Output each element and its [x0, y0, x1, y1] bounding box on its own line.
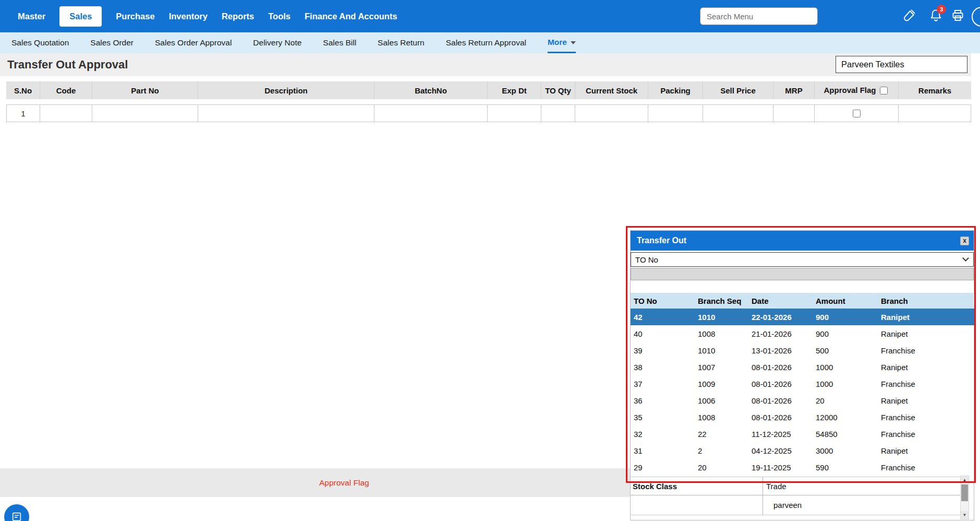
scroll-up-arrow[interactable]: ▲ — [961, 476, 969, 484]
nav-master[interactable]: Master — [18, 11, 45, 21]
to-row[interactable]: 35 1008 08-01-2026 12000 Franchise — [631, 409, 975, 425]
stock-option-parveen[interactable]: parveen — [763, 495, 960, 515]
cell-exp-dt[interactable] — [488, 104, 541, 122]
to-cell: 900 — [813, 325, 878, 342]
chevron-down-icon — [962, 255, 969, 262]
to-row[interactable]: 36 1006 08-01-2026 20 Ranipet — [631, 392, 975, 409]
subnav-sales-return[interactable]: Sales Return — [378, 32, 425, 53]
subnav-sales-quotation[interactable]: Sales Quotation — [11, 32, 69, 53]
approval-flag-row-checkbox[interactable] — [853, 110, 861, 117]
to-cell: 13-01-2026 — [748, 342, 813, 359]
nav-purchase[interactable]: Purchase — [116, 11, 154, 21]
search-input[interactable] — [700, 7, 818, 25]
to-cell: 08-01-2026 — [748, 392, 813, 409]
subnav-sales-order[interactable]: Sales Order — [90, 32, 134, 53]
top-nav: Master Sales Purchase Inventory Reports … — [0, 0, 980, 32]
company-field[interactable]: Parveen Textiles — [836, 56, 967, 73]
to-row[interactable]: 38 1007 08-01-2026 1000 Ranipet — [631, 359, 975, 375]
scroll-down-arrow[interactable]: ▼ — [961, 511, 969, 519]
subnav-delivery-note[interactable]: Delivery Note — [253, 32, 301, 53]
brush-icon[interactable] — [902, 8, 916, 23]
to-row[interactable]: 40 1008 21-01-2026 900 Ranipet — [631, 325, 975, 342]
filter-select[interactable]: TO No — [631, 252, 974, 267]
cell-remarks[interactable] — [899, 104, 971, 122]
cell-approval-flag — [815, 104, 899, 122]
to-cell: 54850 — [813, 425, 878, 442]
to-row[interactable]: 39 1010 13-01-2026 500 Franchise — [631, 342, 975, 359]
to-cell: 1010 — [695, 309, 748, 325]
cell-mrp[interactable] — [773, 104, 815, 122]
app-window: Master Sales Purchase Inventory Reports … — [0, 0, 980, 521]
chevron-down-icon — [571, 41, 576, 44]
approval-flag-footer-label: Approval Flag — [319, 468, 369, 497]
to-row[interactable]: 29 20 19-11-2025 590 Franchise — [631, 459, 975, 476]
to-cell: 20 — [695, 459, 748, 476]
to-cell: 22 — [695, 425, 748, 442]
filter-select-value: TO No — [635, 255, 658, 264]
to-cell: 32 — [631, 425, 695, 442]
to-cell: 08-01-2026 — [748, 359, 813, 375]
page-title: Transfer Out Approval — [7, 53, 128, 76]
to-cell: Franchise — [878, 342, 975, 359]
to-cell: Franchise — [878, 425, 975, 442]
cell-code[interactable] — [40, 104, 92, 122]
col-current-stock: Current Stock — [575, 81, 648, 99]
to-cell: 590 — [813, 459, 878, 476]
table-header-row: S.No Code Part No Description BatchNo Ex… — [6, 81, 971, 99]
subnav-more[interactable]: More — [548, 32, 576, 53]
cell-current-stock[interactable] — [575, 104, 648, 122]
user-avatar[interactable] — [972, 7, 980, 27]
stock-option-trade[interactable]: Trade — [763, 477, 960, 495]
cell-part-no[interactable] — [92, 104, 198, 122]
popup-spacer — [631, 280, 974, 293]
subnav-sales-order-approval[interactable]: Sales Order Approval — [155, 32, 232, 53]
nav-sales[interactable]: Sales — [59, 6, 102, 27]
to-cell: Ranipet — [878, 442, 975, 459]
chat-fab-button[interactable] — [4, 504, 29, 521]
to-cell: 19-11-2025 — [748, 459, 813, 476]
to-cell: 39 — [631, 342, 695, 359]
col-exp-dt: Exp Dt — [488, 81, 541, 99]
nav-inventory[interactable]: Inventory — [169, 11, 208, 21]
nav-reports[interactable]: Reports — [222, 11, 254, 21]
cell-packing[interactable] — [648, 104, 703, 122]
subnav-sales-bill[interactable]: Sales Bill — [323, 32, 356, 53]
to-col-branch: Branch — [878, 293, 975, 309]
nav-finance-and-accounts[interactable]: Finance And Accounts — [305, 11, 397, 21]
col-part-no: Part No — [92, 81, 198, 99]
stock-class-label: Stock Class — [631, 477, 763, 495]
col-description: Description — [198, 81, 374, 99]
nav-tools[interactable]: Tools — [268, 11, 291, 21]
subnav-sales-return-approval[interactable]: Sales Return Approval — [446, 32, 526, 53]
notification-badge: 3 — [937, 5, 946, 14]
to-row-selected[interactable]: 42 1010 22-01-2026 900 Ranipet — [631, 309, 975, 325]
cell-description[interactable] — [198, 104, 374, 122]
page-title-bar: Transfer Out Approval Parveen Textiles — [0, 53, 971, 76]
close-button[interactable]: x — [960, 236, 969, 245]
subnav-more-label: More — [548, 38, 567, 47]
to-row[interactable]: 31 2 04-12-2025 3000 Ranipet — [631, 442, 975, 459]
to-cell: 38 — [631, 359, 695, 375]
to-cell: 04-12-2025 — [748, 442, 813, 459]
top-nav-menu: Master Sales Purchase Inventory Reports … — [18, 0, 412, 32]
to-cell: Ranipet — [878, 325, 975, 342]
print-icon[interactable] — [951, 8, 965, 23]
to-cell: 500 — [813, 342, 878, 359]
to-row[interactable]: 32 22 11-12-2025 54850 Franchise — [631, 425, 975, 442]
to-row[interactable]: 37 1009 08-01-2026 1000 Franchise — [631, 375, 975, 392]
approval-flag-header-checkbox[interactable] — [880, 87, 888, 94]
popup-search-input[interactable] — [631, 268, 974, 280]
cell-sell-price[interactable] — [703, 104, 773, 122]
to-cell: 36 — [631, 392, 695, 409]
cell-batchno[interactable] — [374, 104, 488, 122]
notification-bell-icon[interactable]: 3 — [929, 8, 943, 23]
to-cell: 12000 — [813, 409, 878, 425]
stock-option-row: parveen — [631, 495, 960, 515]
scrollbar[interactable]: ▲ ▼ — [960, 476, 969, 519]
to-col-to-no: TO No — [631, 293, 695, 309]
col-approval-flag: Approval Flag — [815, 81, 899, 99]
cell-to-qty[interactable] — [541, 104, 575, 122]
to-cell: 1000 — [813, 375, 878, 392]
scroll-thumb[interactable] — [961, 484, 968, 501]
to-cell: 1000 — [813, 359, 878, 375]
